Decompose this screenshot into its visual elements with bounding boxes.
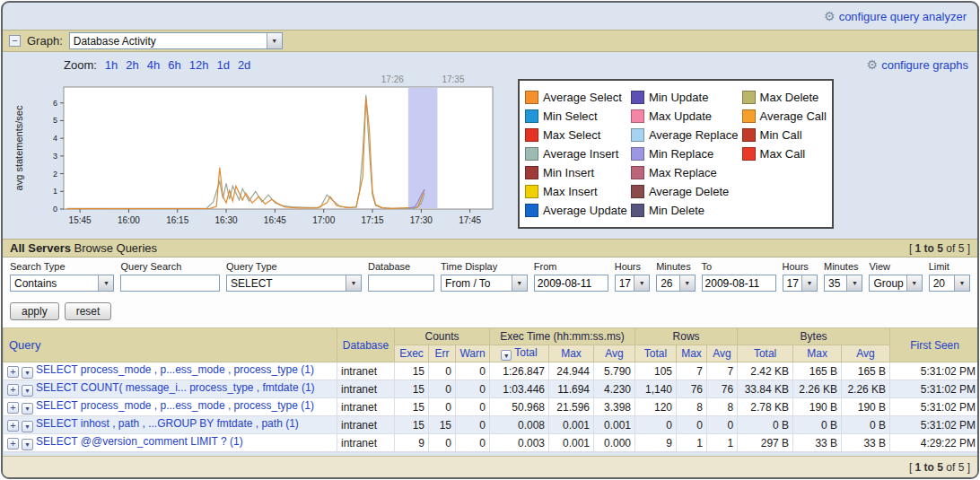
query-link[interactable]: SELECT process_mode , p...ess_mode , pro… xyxy=(36,363,314,376)
graph-select[interactable]: Database Activity xyxy=(69,32,283,49)
limit-label: Limit xyxy=(929,261,970,272)
activity-chart[interactable]: 17:2617:35012345615:4516:0016:1516:3016:… xyxy=(12,72,503,237)
legend-swatch xyxy=(631,91,644,104)
row-menu-button[interactable]: ▼ xyxy=(22,403,33,415)
cell-r_total: 105 xyxy=(635,362,677,380)
query-type-select[interactable]: SELECT xyxy=(226,275,362,292)
legend-label: Max Replace xyxy=(649,166,717,179)
col-first-seen[interactable]: First Seen xyxy=(890,328,979,362)
table-group-header-row: Query Database Counts Exec Time (hh:mm:s… xyxy=(4,328,980,345)
from-hours-select[interactable]: 17 xyxy=(615,275,650,292)
to-minutes-value: 35 xyxy=(825,277,862,290)
col-rows-max[interactable]: Max xyxy=(677,345,707,362)
row-menu-button[interactable]: ▼ xyxy=(22,367,33,379)
row-menu-button[interactable]: ▼ xyxy=(22,385,33,397)
zoom-link-1h[interactable]: 1h xyxy=(105,58,118,72)
expand-row-button[interactable]: + xyxy=(7,438,19,449)
range-close: ] xyxy=(967,461,970,474)
col-counts-err[interactable]: Err xyxy=(429,345,456,362)
col-exec-time-total[interactable]: ▼Total xyxy=(490,345,549,362)
gear-icon: ⚙ xyxy=(867,57,879,72)
col-bytes-avg[interactable]: Avg xyxy=(842,345,890,362)
limit-value: 20 xyxy=(930,277,969,290)
to-date-input[interactable] xyxy=(702,275,776,292)
apply-button[interactable]: apply xyxy=(10,302,59,320)
table-body: +▼SELECT process_mode , p...ess_mode , p… xyxy=(4,362,980,452)
filter-from-minutes: Minutes 26 xyxy=(656,261,695,292)
filter-from-hours: Hours 17 xyxy=(615,261,650,292)
cell-query: +▼SELECT process_mode , p...ess_mode , p… xyxy=(4,362,337,380)
svg-text:3: 3 xyxy=(53,152,57,161)
search-type-select[interactable]: Contains xyxy=(10,275,114,292)
col-exec-time-avg[interactable]: Avg xyxy=(594,345,635,362)
zoom-link-12h[interactable]: 12h xyxy=(189,58,209,72)
cell-first_seen: 5:31:02 PM xyxy=(890,416,979,434)
time-display-select[interactable]: From / To xyxy=(441,275,528,292)
configure-query-analyzer-link[interactable]: ⚙ configure query analyzer xyxy=(824,9,967,23)
col-rows-total[interactable]: Total xyxy=(635,345,677,362)
col-database[interactable]: Database xyxy=(337,328,395,362)
from-minutes-select[interactable]: 26 xyxy=(656,275,695,292)
zoom-link-2h[interactable]: 2h xyxy=(126,58,138,72)
query-search-input[interactable] xyxy=(120,275,220,292)
to-hours-select[interactable]: 17 xyxy=(783,275,818,292)
configure-query-analyzer-label: configure query analyzer xyxy=(839,10,967,23)
row-menu-button[interactable]: ▼ xyxy=(22,421,33,432)
expand-row-button[interactable]: + xyxy=(7,402,19,414)
search-type-value: Contains xyxy=(11,277,113,290)
query-link[interactable]: SELECT inhost , path , ...GROUP BY fmtda… xyxy=(36,417,299,430)
svg-text:1: 1 xyxy=(53,187,57,196)
range-rest: of 5 xyxy=(946,242,964,255)
sort-dropdown-icon[interactable]: ▼ xyxy=(501,350,512,361)
col-bytes-total[interactable]: Total xyxy=(738,345,793,362)
reset-button[interactable]: reset xyxy=(65,302,112,320)
legend-swatch xyxy=(631,109,644,123)
legend-item: Min Insert xyxy=(525,163,627,182)
col-query[interactable]: Query xyxy=(4,328,337,362)
col-bytes-max[interactable]: Max xyxy=(793,345,842,362)
col-counts-warn[interactable]: Warn xyxy=(456,345,490,362)
zoom-links: 1h2h4h6h12h1d2d xyxy=(97,58,251,72)
gear-icon: ⚙ xyxy=(824,9,836,23)
configure-graphs-link[interactable]: ⚙ configure graphs xyxy=(867,57,968,72)
cell-t_total: 50.968 xyxy=(490,398,549,416)
cell-b_max: 2.26 KB xyxy=(793,380,842,398)
col-rows-avg[interactable]: Avg xyxy=(707,345,738,362)
cell-r_avg: 76 xyxy=(707,380,738,398)
database-input[interactable] xyxy=(368,275,434,292)
zoom-link-2d[interactable]: 2d xyxy=(238,58,250,72)
from-date-input[interactable] xyxy=(534,275,608,292)
query-link[interactable]: SELECT COUNT( message_i... process_type … xyxy=(36,381,315,394)
cell-err: 0 xyxy=(429,434,456,452)
cell-warn: 0 xyxy=(456,398,490,416)
legend-swatch xyxy=(631,166,644,179)
row-menu-button[interactable]: ▼ xyxy=(22,439,33,450)
legend-swatch xyxy=(631,204,644,217)
collapse-graph-button[interactable]: − xyxy=(9,35,21,47)
col-exec-time-max[interactable]: Max xyxy=(549,345,594,362)
zoom-link-6h[interactable]: 6h xyxy=(168,58,180,72)
cell-r_max: 7 xyxy=(677,362,707,380)
col-counts-exec[interactable]: Exec xyxy=(395,345,429,362)
query-link[interactable]: SELECT process_mode , p...ess_mode , pro… xyxy=(36,399,314,412)
expand-row-button[interactable]: + xyxy=(7,384,19,396)
to-minutes-select[interactable]: 35 xyxy=(824,275,862,292)
to-hours-value: 17 xyxy=(783,277,817,290)
zoom-link-4h[interactable]: 4h xyxy=(147,58,160,72)
query-row: +▼SELECT COUNT( message_i... process_typ… xyxy=(4,380,980,398)
svg-text:16:30: 16:30 xyxy=(215,215,238,225)
filter-search-type: Search Type Contains xyxy=(10,261,114,292)
expand-row-button[interactable]: + xyxy=(7,366,19,378)
time-display-value: From / To xyxy=(442,277,527,290)
svg-text:17:00: 17:00 xyxy=(312,215,335,225)
query-link[interactable]: SELECT @@version_comment LIMIT ? (1) xyxy=(36,435,243,448)
zoom-link-1d[interactable]: 1d xyxy=(216,58,229,72)
cell-t_avg: 0.000 xyxy=(594,434,635,452)
legend-swatch xyxy=(525,109,538,123)
expand-row-button[interactable]: + xyxy=(7,420,19,432)
chart-selection-band[interactable] xyxy=(408,88,438,208)
legend-swatch xyxy=(742,147,756,161)
cell-database: intranet xyxy=(337,416,395,434)
limit-select[interactable]: 20 xyxy=(929,275,970,292)
view-select[interactable]: Group xyxy=(869,275,922,292)
